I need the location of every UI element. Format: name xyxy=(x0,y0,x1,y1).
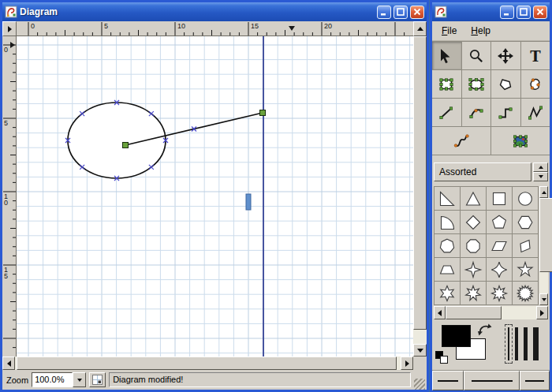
vscroll-down-button[interactable] xyxy=(413,344,427,357)
diagram-titlebar[interactable]: Diagram xyxy=(2,2,427,21)
shape-trapezoid[interactable] xyxy=(435,258,460,281)
grid-toggle-button[interactable] xyxy=(89,372,106,387)
line-style-button[interactable] xyxy=(464,371,520,390)
hscroll-thumb[interactable] xyxy=(17,357,397,370)
line-width-option-2[interactable] xyxy=(515,327,518,360)
tool-zigzagline[interactable] xyxy=(491,99,520,126)
shape-diamond[interactable] xyxy=(461,211,486,233)
hscroll-left-button[interactable] xyxy=(2,357,15,370)
zoom-combobox[interactable]: 100.0% xyxy=(32,372,86,387)
tool-text[interactable]: T xyxy=(521,42,550,69)
shape-pentagon[interactable] xyxy=(487,211,512,233)
zoom-dropdown-button[interactable] xyxy=(73,372,86,387)
vertical-scrollbar[interactable] xyxy=(413,36,427,357)
diagram-canvas[interactable] xyxy=(17,36,413,357)
sheet-spin-down-button[interactable] xyxy=(533,172,548,181)
polyline-icon xyxy=(527,104,544,121)
minimize-button[interactable] xyxy=(377,6,391,19)
vscroll-up-button[interactable] xyxy=(413,21,427,36)
maximize-button[interactable] xyxy=(517,6,531,19)
line-sample-icon xyxy=(525,380,544,382)
shape-octagon[interactable] xyxy=(461,234,486,257)
tool-box[interactable] xyxy=(432,70,461,98)
vscroll-thumb[interactable] xyxy=(413,36,427,330)
shape-heptagon[interactable] xyxy=(435,234,460,257)
shape-four-point-star[interactable] xyxy=(461,258,486,281)
line-sample-icon xyxy=(472,380,513,382)
resize-grip[interactable] xyxy=(414,379,425,390)
tool-modify[interactable] xyxy=(432,42,461,69)
begin-arrow-style-button[interactable] xyxy=(432,371,464,390)
ruler-origin-button[interactable] xyxy=(2,21,17,36)
tool-polyline[interactable] xyxy=(521,99,550,126)
foreground-color-swatch[interactable] xyxy=(442,325,471,347)
shape-isoceles-triangle[interactable] xyxy=(461,187,486,210)
line-icon xyxy=(438,104,455,121)
shape-circle[interactable] xyxy=(513,187,538,210)
horizontal-scrollbar[interactable] xyxy=(2,357,427,370)
shape-quarter-circle[interactable] xyxy=(435,211,460,233)
default-colors-button[interactable] xyxy=(435,351,449,365)
tool-scroll[interactable] xyxy=(491,42,520,69)
line-width-option-3[interactable] xyxy=(524,327,528,360)
palette-vscroll-thumb[interactable] xyxy=(539,198,552,272)
svg-text:0: 0 xyxy=(4,46,8,54)
line-sample-icon xyxy=(438,380,458,382)
palette-horizontal-scrollbar[interactable] xyxy=(434,306,548,319)
tool-arc[interactable] xyxy=(462,99,491,126)
end-arrow-style-button[interactable] xyxy=(520,371,550,390)
sheet-spinner xyxy=(533,162,548,181)
menu-help[interactable]: Help xyxy=(464,24,497,38)
tool-image[interactable] xyxy=(491,127,550,155)
toolbox-titlebar[interactable] xyxy=(432,2,550,21)
shape-parallelogram-horizontal[interactable] xyxy=(487,234,512,257)
zoom-input[interactable]: 100.0% xyxy=(32,372,73,387)
tool-grid: T xyxy=(432,41,550,155)
palette-scroll-right-button[interactable] xyxy=(536,306,548,319)
shape-five-point-star[interactable] xyxy=(513,258,538,281)
tool-ellipse[interactable] xyxy=(462,70,491,98)
menu-file[interactable]: File xyxy=(435,24,463,38)
shape-right-triangle[interactable] xyxy=(435,187,460,210)
sheet-selector-row: Assorted xyxy=(434,162,548,181)
shape-six-point-star[interactable] xyxy=(435,282,460,304)
tool-bezierline[interactable] xyxy=(432,127,490,155)
quarter-circle-icon xyxy=(438,213,457,232)
palette-scroll-left-button[interactable] xyxy=(434,306,446,319)
box-icon xyxy=(438,76,455,93)
tool-line[interactable] xyxy=(432,99,461,126)
shape-sunburst-star[interactable] xyxy=(513,282,538,304)
line-width-option-1[interactable] xyxy=(508,327,509,360)
palette-vertical-scrollbar[interactable] xyxy=(539,186,548,305)
square-icon xyxy=(490,189,509,208)
shape-parallelogram-vertical[interactable] xyxy=(513,234,538,257)
tool-beziergon[interactable] xyxy=(521,70,550,98)
up-arrow-icon xyxy=(542,191,546,194)
palette-scroll-down-button[interactable] xyxy=(539,293,548,305)
palette-scroll-up-button[interactable] xyxy=(539,186,548,198)
window-title: Diagram xyxy=(20,6,375,17)
maximize-button[interactable] xyxy=(393,6,408,19)
sheet-dropdown[interactable]: Assorted xyxy=(434,162,531,181)
sheet-spin-up-button[interactable] xyxy=(533,162,548,172)
vertical-ruler: 051015 xyxy=(2,36,17,357)
svg-text:5: 5 xyxy=(4,272,8,280)
hscroll-right-button[interactable] xyxy=(401,357,413,370)
shape-hexagon[interactable] xyxy=(513,211,538,233)
swap-colors-icon[interactable] xyxy=(476,323,494,338)
shape-seven-point-star[interactable] xyxy=(461,282,486,304)
close-button[interactable] xyxy=(533,6,547,19)
minimize-button[interactable] xyxy=(500,6,514,19)
shape-square[interactable] xyxy=(487,187,512,210)
line-width-option-4[interactable] xyxy=(533,327,539,360)
close-button[interactable] xyxy=(410,6,424,19)
menubar: File Help xyxy=(432,21,550,41)
tool-magnify[interactable] xyxy=(462,42,491,69)
shape-curved-four-point-star[interactable] xyxy=(487,258,512,281)
six-point-star-icon xyxy=(438,284,457,303)
palette-hscroll-thumb[interactable] xyxy=(446,306,502,319)
hexagon-icon xyxy=(516,213,535,232)
tool-polygon[interactable] xyxy=(491,70,520,98)
scroll-icon xyxy=(497,47,514,65)
shape-eight-point-star[interactable] xyxy=(487,282,512,304)
